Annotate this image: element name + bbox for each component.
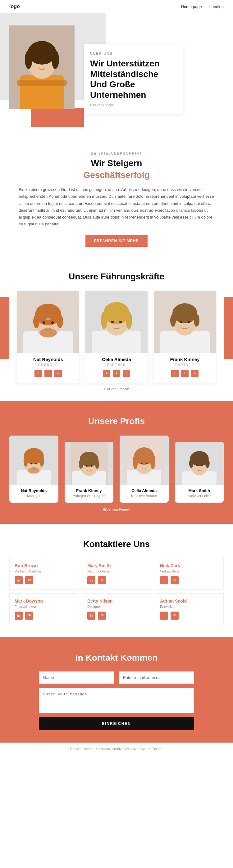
svg-point-7 [45, 60, 48, 64]
contact-name-0: Bob Brown [14, 563, 73, 568]
contact-role-4: Designer [87, 605, 146, 609]
profis-name-1: Frank Kinney [65, 488, 114, 493]
email-icon-1[interactable]: ✉ [98, 576, 106, 584]
svg-point-48 [79, 460, 83, 469]
linkedin-icon-4[interactable]: in [87, 612, 95, 620]
team-bg-right [224, 297, 233, 359]
svg-point-59 [146, 463, 148, 464]
logo: logo [9, 4, 20, 9]
hero-text-card: ÜBER UNS Wir Unterstützen Mittelständisc… [84, 44, 183, 114]
profis-photo-2 [120, 436, 169, 485]
instagram-icon-1[interactable]: o [123, 370, 130, 377]
profis-grid: Nat Reynolds Manager Frank Kinney M [9, 436, 224, 503]
svg-point-66 [196, 464, 198, 466]
team-social-2: f t o [154, 370, 216, 377]
email-icon-3[interactable]: ✉ [25, 612, 33, 620]
contact-card-0: Bob Brown Partner, Strategie in ✉ [9, 558, 78, 590]
message-input[interactable] [39, 688, 194, 713]
nav-links: Home page Landing [181, 4, 224, 9]
team-photo-2 [154, 291, 216, 353]
twitter-icon-2[interactable]: t [181, 370, 188, 377]
profis-name-2: Celia Almeda [120, 488, 169, 493]
svg-point-64 [189, 459, 193, 468]
section2-body: Bis zu einem gewissen Grad ist es uns ge… [19, 186, 214, 227]
email-icon-5[interactable]: ✉ [171, 612, 179, 620]
linkedin-icon-3[interactable]: in [14, 612, 23, 620]
facebook-icon-1[interactable]: f [103, 370, 110, 377]
nav-landing[interactable]: Landing [209, 4, 224, 9]
team-name-2: Frank Kinney [154, 357, 216, 362]
team-card-2: Frank Kinney PARTNER f t o [154, 291, 216, 383]
profis-role-0: Manager [9, 494, 58, 498]
team-name-0: Nat Reynolds [17, 357, 79, 362]
name-input[interactable] [39, 672, 114, 684]
twitter-icon-1[interactable]: t [113, 370, 120, 377]
team-role-1: PARTNER [85, 363, 148, 367]
contact-name-5: Adrian Scold [160, 598, 219, 603]
profis-photo-3 [175, 442, 224, 485]
section2-sublabel: BEISPIELÜBERSCHRIFT [19, 152, 214, 155]
contact-card-2: Nick Dark Verkaufsleiter in ✉ [155, 558, 224, 590]
profis-role-3: Kreativer Leiter [175, 494, 224, 498]
cta-title: In Kontakt Kommen [12, 653, 221, 663]
facebook-icon-0[interactable]: f [34, 370, 42, 377]
email-icon-0[interactable]: ✉ [25, 576, 33, 584]
profis-card-1: Frank Kinney Mitbegründer + Agent [65, 442, 114, 503]
email-input[interactable] [119, 672, 194, 684]
section2-title: Wir Steigern Geschäftserfolg [19, 158, 214, 180]
svg-point-42 [35, 463, 37, 464]
cta-form: EINREICHEN [39, 672, 194, 730]
svg-point-39 [24, 456, 28, 467]
svg-point-24 [126, 312, 132, 329]
contact-role-0: Partner, Strategie [14, 569, 73, 573]
contact-name-4: Betty Nilson [87, 598, 146, 603]
team-photo-0 [17, 291, 79, 353]
facebook-icon-2[interactable]: f [171, 370, 179, 377]
profis-card-2: Celia Almeda Kreativer Berater [120, 436, 169, 503]
learn-more-button[interactable]: ERFAHREN SIE MEHR [85, 235, 148, 247]
svg-point-17 [46, 318, 51, 320]
navbar: logo Home page Landing [0, 0, 233, 13]
instagram-icon-0[interactable]: o [54, 370, 62, 377]
twitter-icon-0[interactable]: t [45, 370, 52, 377]
team-grid: Nat Reynolds GRÜNDER f t o [9, 291, 224, 383]
email-icon-4[interactable]: ✉ [98, 612, 106, 620]
contact-role-3: Finanzdirektor [14, 605, 73, 609]
profis-title: Unsere Profis [9, 416, 224, 426]
linkedin-icon-0[interactable]: in [14, 576, 23, 584]
email-icon-2[interactable]: ✉ [171, 576, 179, 584]
contact-section: Kontaktiere Uns Bob Brown Partner, Strat… [0, 524, 233, 637]
team-card-1: Celia Almeda PARTNER f t o [85, 291, 148, 383]
team-role-0: GRÜNDER [17, 363, 79, 367]
team-role-2: PARTNER [154, 363, 216, 367]
svg-point-57 [150, 454, 155, 469]
svg-point-13 [33, 314, 39, 328]
team-photo-1 [85, 291, 148, 353]
instagram-icon-2[interactable]: o [191, 370, 199, 377]
nav-home[interactable]: Home page [181, 4, 202, 9]
linkedin-icon-5[interactable]: in [160, 612, 168, 620]
profis-card-0: Nat Reynolds Manager [9, 436, 58, 503]
profis-role-2: Kreativer Berater [120, 494, 169, 498]
team-name-1: Celia Almeda [85, 357, 148, 362]
linkedin-icon-1[interactable]: in [87, 576, 95, 584]
svg-point-31 [170, 314, 176, 327]
section2: BEISPIELÜBERSCHRIFT Wir Steigern Geschäf… [0, 133, 233, 259]
contact-card-5: Adrian Scold Entwickler in ✉ [155, 593, 224, 625]
svg-point-23 [101, 312, 107, 329]
submit-button[interactable]: EINREICHEN [39, 717, 194, 730]
svg-point-15 [42, 321, 45, 324]
contact-name-1: Mary Smith [87, 563, 146, 568]
svg-point-16 [51, 321, 54, 324]
svg-rect-8 [17, 80, 67, 86]
linkedin-icon-2[interactable]: in [160, 576, 168, 584]
svg-point-30 [172, 303, 197, 323]
contact-role-5: Entwickler [160, 605, 219, 609]
svg-point-67 [201, 464, 203, 466]
team-social-1: f t o [85, 370, 148, 377]
hero-section: ÜBER UNS Wir Unterstützen Mittelständisc… [0, 13, 233, 133]
contact-grid: Bob Brown Partner, Strategie in ✉ Mary S… [9, 558, 224, 625]
svg-point-40 [40, 456, 44, 467]
contact-card-4: Betty Nilson Designer in ✉ [82, 593, 151, 625]
freepik-link-team: Bild von Freepik [9, 387, 224, 391]
